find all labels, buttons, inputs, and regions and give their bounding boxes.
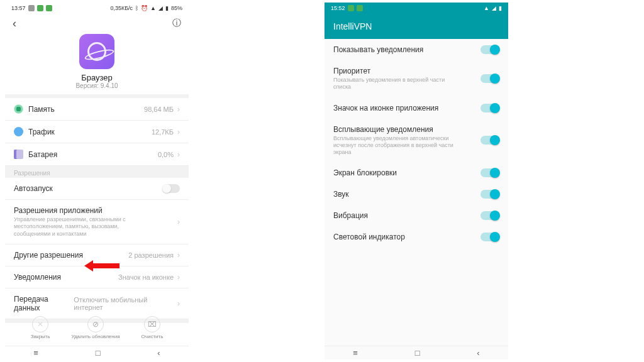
setting-row[interactable]: Показывать уведомления: [325, 39, 508, 60]
app-icon: [79, 34, 114, 69]
status-bar: 13:57 0,35КБ/с ᛒ ⏰ ▲ ◢ ▮ 85%: [5, 3, 189, 14]
setting-title: Световой индикатор: [333, 233, 405, 241]
action-uninstall-label: Удалить обновления: [71, 334, 119, 339]
traffic-label: Трафик: [28, 128, 55, 136]
status-icon: [37, 5, 43, 11]
row-notifications[interactable]: Уведомления Значок на иконке›: [5, 266, 189, 288]
autostart-label: Автозапуск: [14, 184, 53, 193]
app-version: Версия: 9.4.10: [5, 82, 189, 89]
status-icon: [46, 5, 52, 11]
notifications-title: Уведомления: [14, 273, 61, 282]
close-icon: ✕: [32, 316, 48, 332]
setting-toggle[interactable]: [480, 233, 499, 241]
system-navbar: ≡ □ ‹: [325, 346, 508, 359]
setting-row[interactable]: ПриоритетПоказывать уведомления в верхне…: [325, 60, 508, 97]
setting-toggle[interactable]: [480, 136, 499, 145]
action-close-label: Закрыть: [31, 334, 50, 339]
row-battery[interactable]: Батарея 0,0%›: [5, 143, 189, 166]
app-summary: Браузер Версия: 9.4.10: [5, 33, 189, 94]
setting-toggle[interactable]: [480, 168, 499, 177]
notifications-value: Значок на иконке: [118, 273, 174, 281]
page-title: IntelliVPN: [325, 14, 508, 39]
battery-icon: [14, 150, 23, 159]
setting-title: Звук: [333, 190, 349, 199]
setting-toggle[interactable]: [480, 211, 499, 220]
traffic-icon: [14, 127, 23, 136]
setting-title: Приоритет: [333, 67, 459, 75]
info-button[interactable]: ⓘ: [169, 18, 185, 29]
setting-title: Всплывающие уведомления: [333, 125, 459, 134]
app-permissions-title: Разрешения приложений: [14, 206, 140, 215]
back-nav-button[interactable]: ‹: [470, 348, 486, 358]
action-clear[interactable]: ⌧ Очистить: [142, 316, 164, 339]
action-uninstall-updates[interactable]: ⊘ Удалить обновления: [71, 316, 119, 339]
setting-title: Значок на иконке приложения: [333, 104, 438, 112]
bottom-actions: ✕ Закрыть ⊘ Удалить обновления ⌧ Очистит…: [5, 312, 189, 343]
chevron-right-icon: ›: [177, 150, 180, 159]
app-permissions-sub: Управление разрешениями, связанными с ме…: [14, 216, 140, 238]
setting-row[interactable]: Световой индикатор: [325, 226, 508, 248]
setting-row[interactable]: Значок на иконке приложения: [325, 97, 508, 119]
wifi-icon: ▲: [150, 5, 156, 11]
setting-title: Вибрация: [333, 211, 368, 220]
setting-row[interactable]: Экран блокировки: [325, 162, 508, 184]
battery-label: Батарея: [28, 150, 57, 159]
wifi-icon: ▲: [484, 5, 489, 11]
slash-circle-icon: ⊘: [87, 316, 104, 332]
battery-icon: ▮: [165, 5, 169, 11]
setting-row[interactable]: Вибрация: [325, 205, 508, 226]
setting-toggle[interactable]: [480, 45, 499, 54]
setting-toggle[interactable]: [480, 74, 499, 83]
traffic-value: 12,7КБ: [152, 128, 174, 136]
status-bar: 15:52 ▲ ◢ ▮: [325, 3, 508, 14]
row-app-permissions[interactable]: Разрешения приложений Управление разреше…: [5, 200, 189, 244]
back-button[interactable]: ‹: [9, 17, 20, 30]
recents-button[interactable]: ≡: [27, 348, 45, 358]
home-button[interactable]: □: [89, 348, 107, 358]
broom-icon: ⌧: [144, 316, 160, 332]
row-traffic[interactable]: Трафик 12,7КБ›: [5, 121, 189, 143]
chevron-right-icon: ›: [177, 273, 180, 282]
battery-value: 0,0%: [158, 151, 174, 158]
app-name: Браузер: [5, 73, 189, 82]
status-net: 0,35КБ/с: [110, 5, 133, 11]
status-time: 15:52: [331, 5, 345, 11]
chevron-right-icon: ›: [177, 251, 180, 260]
setting-subtitle: Показывать уведомления в верхней части с…: [333, 77, 459, 91]
memory-value: 98,64 МБ: [144, 106, 174, 113]
chevron-right-icon: ›: [177, 217, 180, 226]
home-button[interactable]: □: [409, 348, 426, 358]
setting-subtitle: Всплывающие уведомления автоматически ис…: [333, 135, 459, 156]
autostart-toggle[interactable]: [162, 184, 180, 193]
bluetooth-icon: ᛒ: [135, 5, 138, 11]
action-close: ✕ Закрыть: [31, 316, 50, 339]
signal-icon: ◢: [492, 5, 496, 11]
signal-icon: ◢: [158, 5, 163, 11]
data-transfer-value: Отключить мобильный интернет: [74, 296, 174, 311]
row-memory[interactable]: Память 98,64 МБ›: [5, 98, 189, 121]
data-transfer-title: Передача данных: [14, 295, 74, 312]
setting-row[interactable]: Звук: [325, 184, 508, 205]
header: ‹ ⓘ: [5, 14, 189, 33]
setting-row[interactable]: Всплывающие уведомленияВсплывающие уведо…: [325, 119, 508, 163]
status-icon: [357, 5, 363, 11]
section-permissions-label: Разрешения: [5, 166, 189, 178]
chevron-right-icon: ›: [177, 105, 180, 114]
setting-title: Показывать уведомления: [333, 45, 423, 54]
setting-toggle[interactable]: [480, 190, 499, 199]
spacer: [194, 3, 319, 359]
chevron-right-icon: ›: [177, 299, 180, 308]
setting-toggle[interactable]: [480, 104, 499, 112]
status-icon: [348, 5, 354, 11]
row-autostart[interactable]: Автозапуск: [5, 178, 189, 200]
alarm-icon: ⏰: [141, 5, 148, 11]
action-clear-label: Очистить: [142, 334, 164, 339]
row-other-permissions[interactable]: Другие разрешения 2 разрешения›: [5, 244, 189, 266]
setting-title: Экран блокировки: [333, 168, 397, 177]
recents-button[interactable]: ≡: [347, 348, 364, 358]
battery-icon: ▮: [499, 5, 502, 11]
back-nav-button[interactable]: ‹: [151, 348, 166, 358]
memory-label: Память: [28, 105, 55, 114]
screenshot-app-info: 13:57 0,35КБ/с ᛒ ⏰ ▲ ◢ ▮ 85% ‹ ⓘ Браузер…: [5, 3, 189, 359]
other-permissions-value: 2 разрешения: [128, 251, 174, 259]
